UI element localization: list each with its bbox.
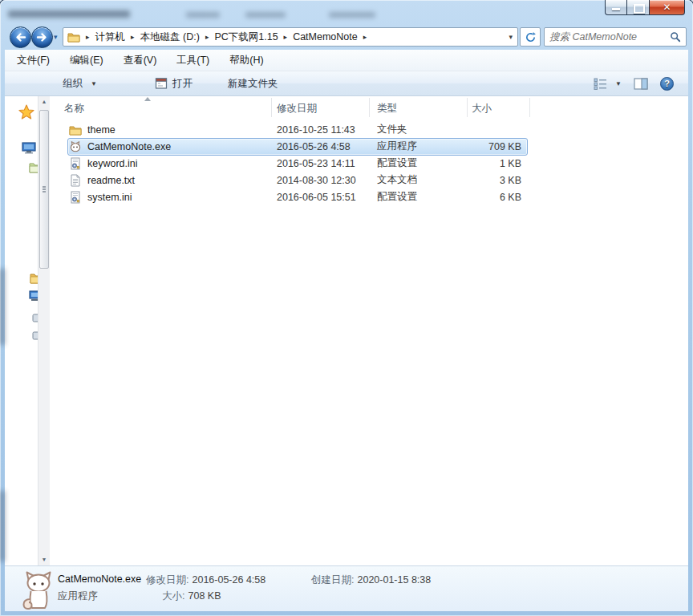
search-icon[interactable] — [670, 31, 681, 43]
breadcrumb-separator-icon[interactable] — [125, 31, 140, 43]
menu-view[interactable]: 查看(V) — [124, 54, 157, 67]
navigation-pane[interactable]: ▲ ▼ — [5, 96, 50, 565]
file-type: 应用程序 — [369, 140, 467, 153]
refresh-icon — [525, 31, 537, 43]
refresh-button[interactable] — [520, 27, 541, 47]
file-date: 2016-05-26 4:58 — [271, 141, 369, 152]
help-icon[interactable]: ? — [660, 77, 674, 91]
scroll-down-icon[interactable]: ▼ — [38, 554, 50, 565]
menu-tools[interactable]: 工具(T) — [176, 54, 209, 67]
menu-edit[interactable]: 编辑(E) — [70, 54, 103, 67]
file-name: theme — [87, 124, 116, 136]
breadcrumb-item-computer[interactable]: 计算机 — [95, 30, 126, 44]
title-bar[interactable] — [0, 0, 693, 24]
open-button[interactable]: 打开 — [155, 77, 192, 91]
file-row-keyword-ini[interactable]: keyword.ini 2016-05-23 14:11 配置设置 1 KB — [50, 155, 688, 172]
ini-config-icon — [69, 191, 82, 204]
scrollbar-grip — [43, 186, 46, 188]
file-date: 2016-10-25 11:43 — [271, 124, 369, 136]
breadcrumb-item-catmemonote[interactable]: CatMemoNote — [293, 31, 358, 43]
scroll-up-icon[interactable]: ▲ — [38, 96, 50, 107]
file-date: 2016-06-05 15:51 — [271, 192, 369, 203]
organize-label: 组织 — [63, 77, 83, 91]
back-button[interactable] — [10, 26, 31, 48]
file-name: keyword.ini — [87, 158, 138, 169]
details-size: 大小:708 KB — [162, 590, 221, 603]
blurred-title-text — [329, 12, 375, 18]
column-divider[interactable] — [467, 98, 468, 117]
file-row-readme-txt[interactable]: readme.txt 2014-08-30 12:30 文本文档 3 KB — [50, 172, 688, 188]
organize-button[interactable]: 组织 ▼ — [63, 77, 97, 91]
favorites-star-icon[interactable] — [18, 104, 34, 120]
forward-button[interactable] — [31, 26, 53, 48]
recent-pages-dropdown-icon[interactable]: ▾ — [54, 33, 58, 41]
column-divider[interactable] — [529, 98, 530, 117]
forward-arrow-icon — [35, 30, 49, 44]
cat-logo-icon — [19, 569, 58, 610]
details-created: 创建日期:2020-01-15 8:38 — [311, 573, 431, 587]
file-date: 2014-08-30 12:30 — [271, 175, 369, 186]
maximize-button[interactable] — [627, 0, 649, 15]
column-header-date-modified[interactable]: 修改日期 — [277, 102, 317, 116]
search-box[interactable] — [544, 27, 687, 47]
cat-app-icon — [69, 140, 82, 153]
blurred-title-text — [8, 10, 130, 18]
breadcrumb-item-local-disk-d[interactable]: 本地磁盘 (D:) — [140, 30, 200, 44]
details-pane: CatMemoNote.exe 修改日期:2016-05-26 4:58 创建日… — [5, 565, 688, 611]
file-type: 文件夹 — [369, 123, 467, 136]
column-header-name[interactable]: 名称 — [64, 102, 84, 116]
scrollbar-thumb[interactable] — [39, 110, 49, 269]
menu-help[interactable]: 帮助(H) — [229, 54, 263, 67]
minimize-button[interactable] — [605, 0, 627, 15]
file-row-theme[interactable]: theme 2016-10-25 11:43 文件夹 — [50, 121, 688, 138]
close-button[interactable] — [649, 0, 685, 15]
views-button[interactable]: ▼ — [594, 77, 622, 90]
breadcrumb-separator-icon[interactable] — [278, 31, 294, 43]
file-row-catmemonote-exe[interactable]: CatMemoNote.exe 2016-05-26 4:58 应用程序 709… — [50, 138, 688, 155]
new-folder-label: 新建文件夹 — [228, 77, 278, 91]
sort-ascending-icon — [144, 97, 151, 101]
details-size-value: 708 KB — [188, 590, 221, 602]
column-header-size[interactable]: 大小 — [472, 102, 492, 116]
file-type: 配置设置 — [369, 190, 467, 204]
breadcrumb-separator-icon[interactable] — [358, 31, 373, 43]
open-label: 打开 — [172, 77, 192, 91]
file-rows: theme 2016-10-25 11:43 文件夹 CatMemoNote.e… — [50, 121, 688, 205]
file-size: 6 KB — [467, 192, 529, 203]
file-row-system-ini[interactable]: system.ini 2016-06-05 15:51 配置设置 6 KB — [50, 188, 688, 205]
sidebar-scrollbar[interactable]: ▲ ▼ — [38, 96, 50, 565]
breadcrumb-item-pc-download[interactable]: PC下载网1.15 — [214, 30, 278, 44]
preview-pane-button[interactable] — [634, 78, 648, 90]
new-folder-button[interactable]: 新建文件夹 — [228, 77, 278, 91]
command-toolbar: 组织 ▼ 打开 新建文件夹 — [5, 71, 688, 96]
details-modified-label: 修改日期: — [146, 574, 188, 586]
frame-translucency-artifact — [0, 491, 5, 561]
frame-translucency-artifact — [0, 269, 5, 345]
application-window-icon — [155, 77, 168, 90]
column-divider[interactable] — [271, 98, 272, 117]
details-file-type: 应用程序 — [58, 590, 98, 603]
blurred-title-text — [245, 12, 286, 18]
blurred-title-text — [186, 12, 220, 18]
details-size-label: 大小: — [162, 590, 184, 602]
address-dropdown-icon[interactable]: ▾ — [509, 33, 513, 41]
file-size: 1 KB — [467, 158, 529, 169]
details-created-label: 创建日期: — [311, 574, 354, 586]
desktop-icon[interactable] — [22, 142, 36, 154]
text-file-icon — [69, 174, 82, 187]
column-header-type[interactable]: 类型 — [377, 102, 397, 116]
back-arrow-icon — [14, 30, 27, 44]
file-type: 文本文档 — [369, 173, 467, 187]
column-divider[interactable] — [369, 98, 370, 117]
address-bar[interactable]: 计算机 本地磁盘 (D:) PC下载网1.15 CatMemoNote ▾ — [63, 27, 518, 47]
breadcrumb-separator-icon[interactable] — [200, 31, 215, 43]
details-modified-value: 2016-05-26 4:58 — [192, 574, 265, 586]
ini-config-icon — [69, 157, 82, 170]
file-date: 2016-05-23 14:11 — [271, 158, 369, 169]
column-headers: 名称 修改日期 类型 大小 — [50, 96, 688, 120]
chevron-down-icon: ▼ — [91, 80, 97, 87]
explorer-window: ▾ 计算机 本地磁盘 (D:) PC下载网1.15 CatMemoNote ▾ — [0, 0, 693, 616]
menu-file[interactable]: 文件(F) — [17, 54, 50, 67]
search-input[interactable] — [549, 31, 670, 43]
file-size: 709 KB — [467, 141, 529, 152]
